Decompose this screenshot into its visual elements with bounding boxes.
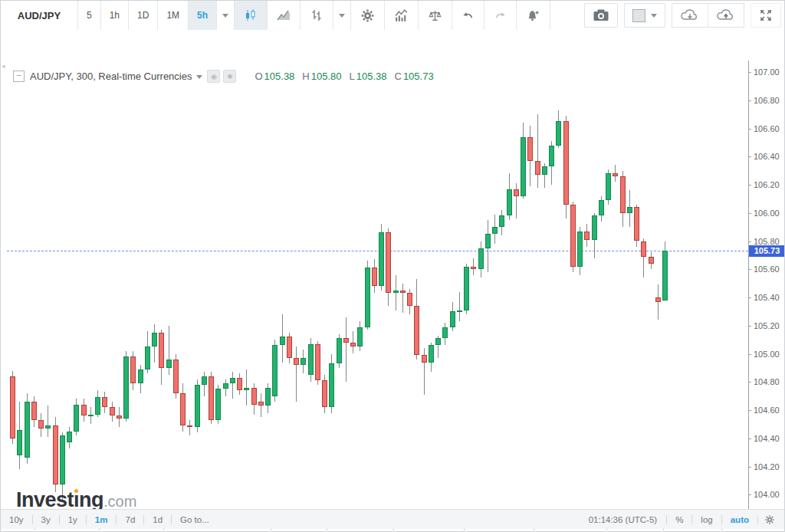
candle xyxy=(10,376,15,438)
price-tick-label: 106.80 xyxy=(754,96,780,105)
range-1m-button[interactable]: 1m xyxy=(87,515,117,524)
candlestick-chart-icon xyxy=(244,8,258,22)
range-1d-button[interactable]: 1d xyxy=(144,515,171,524)
legend-visibility-button[interactable]: ◉ xyxy=(207,70,220,83)
compare-dropdown-button[interactable] xyxy=(333,1,351,30)
fullscreen-button[interactable] xyxy=(751,3,781,28)
chevron-down-icon xyxy=(222,14,228,18)
goto-button[interactable]: Go to... xyxy=(172,515,218,524)
candle-wick xyxy=(189,420,190,435)
interval-5h-button[interactable]: 5h xyxy=(189,1,217,30)
load-chart-button[interactable] xyxy=(672,4,708,27)
candle xyxy=(613,173,618,176)
price-tick-label: 105.00 xyxy=(754,350,780,359)
candle xyxy=(180,393,186,425)
gear-icon xyxy=(360,8,375,23)
legend-collapse-button[interactable]: − xyxy=(13,71,25,82)
candle xyxy=(202,376,207,385)
legend-title: AUD/JPY, 300, Real-time Currencies xyxy=(30,71,192,82)
candle xyxy=(329,363,334,407)
bottom-gear-button[interactable] xyxy=(758,514,784,525)
log-scale-button[interactable]: log xyxy=(692,515,721,524)
candle xyxy=(535,161,540,175)
candle xyxy=(514,189,519,196)
price-tick-label: 104.00 xyxy=(754,490,780,499)
close-value: 105.73 xyxy=(403,71,434,82)
interval-1h-button[interactable]: 1h xyxy=(101,1,129,30)
save-chart-button[interactable] xyxy=(708,4,744,27)
candle xyxy=(244,388,249,391)
candle xyxy=(422,355,427,362)
auto-scale-button[interactable]: auto xyxy=(722,515,757,524)
layout-button[interactable] xyxy=(624,3,665,28)
chart-legend: − AUD/JPY, 300, Real-time Currencies ◉ ✱… xyxy=(13,70,434,83)
watermark-com: .com xyxy=(103,493,136,510)
range-7d-button[interactable]: 7d xyxy=(117,515,143,524)
candle xyxy=(31,402,37,420)
candle xyxy=(435,338,441,345)
indicators-button[interactable] xyxy=(385,1,419,30)
candle xyxy=(38,420,44,429)
redo-button[interactable] xyxy=(484,1,517,30)
candle xyxy=(414,306,419,355)
chart-type-line-button[interactable] xyxy=(268,1,301,30)
candle xyxy=(123,356,129,419)
candle xyxy=(570,205,576,267)
candle xyxy=(634,207,639,241)
interval-1m-button[interactable]: 1M xyxy=(158,1,189,30)
compare-button[interactable] xyxy=(301,1,333,30)
candle xyxy=(478,248,484,270)
range-3y-button[interactable]: 3y xyxy=(33,515,59,524)
alert-button[interactable] xyxy=(517,1,550,30)
chart-widget: AUD/JPY 5 1h 1D 1M 5h xyxy=(0,0,785,532)
candle xyxy=(301,358,306,365)
price-axis[interactable] xyxy=(748,61,749,527)
undo-arrow-icon xyxy=(461,9,475,22)
candle xyxy=(337,338,342,363)
chevron-down-icon xyxy=(196,75,202,79)
chart-type-candles-button[interactable] xyxy=(235,1,268,30)
candle xyxy=(45,425,51,429)
range-1y-button[interactable]: 1y xyxy=(60,515,86,524)
ohlc-readout: O105.38 H105.80 L105.38 C105.73 xyxy=(247,71,433,82)
legend-settings-button[interactable]: ✱ xyxy=(223,70,236,83)
price-tick xyxy=(748,494,751,495)
candle xyxy=(88,415,94,416)
price-tick xyxy=(748,213,751,214)
candle xyxy=(407,293,412,306)
candle xyxy=(584,232,590,240)
open-value: 105.38 xyxy=(264,71,295,82)
price-tick-label: 105.60 xyxy=(754,264,780,274)
candle xyxy=(287,337,292,358)
interval-dropdown-button[interactable] xyxy=(217,1,235,30)
symbol-button[interactable]: AUD/JPY xyxy=(1,1,78,30)
candle xyxy=(492,227,498,234)
percent-scale-button[interactable]: % xyxy=(667,515,691,524)
clock: 01:14:36 (UTC-5) xyxy=(580,515,666,524)
candle xyxy=(81,405,87,416)
candle xyxy=(138,369,143,383)
interval-5-button[interactable]: 5 xyxy=(78,1,101,30)
candles-layer[interactable] xyxy=(1,30,785,532)
candle xyxy=(499,215,504,227)
settings-button[interactable] xyxy=(351,1,385,30)
candle xyxy=(110,407,115,415)
candle-wick xyxy=(459,292,460,322)
bell-plus-icon xyxy=(526,8,540,23)
interval-1d-button[interactable]: 1D xyxy=(129,1,158,30)
line-chart-icon xyxy=(277,8,291,22)
range-10y-button[interactable]: 10y xyxy=(1,515,32,524)
candle xyxy=(173,360,179,393)
undo-button[interactable] xyxy=(452,1,484,30)
layout-square-icon xyxy=(632,9,645,22)
price-tick xyxy=(748,354,751,355)
candle xyxy=(577,232,583,267)
candle xyxy=(145,346,150,369)
candle-wick xyxy=(537,114,538,188)
price-tick xyxy=(748,241,751,242)
candle xyxy=(294,358,299,365)
snapshot-button[interactable] xyxy=(584,3,618,28)
chart-pane[interactable]: ◂ 107.00106.80106.60106.40106.20106.0010… xyxy=(1,30,784,531)
chevron-down-icon xyxy=(651,14,657,18)
compare-scales-button[interactable] xyxy=(419,1,452,30)
